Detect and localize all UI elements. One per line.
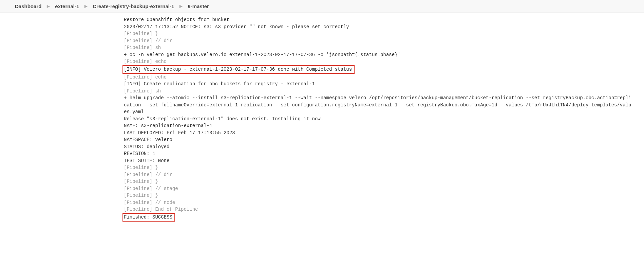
console-line: [Pipeline] }	[124, 164, 644, 171]
console-line: 2023/02/17 17:13:52 NOTICE: s3: s3 provi…	[124, 23, 644, 31]
chevron-right-icon: ▶	[82, 4, 90, 8]
console-line: LAST DEPLOYED: Fri Feb 17 17:13:55 2023	[124, 129, 644, 137]
console-line: NAMESPACE: velero	[124, 136, 644, 143]
chevron-right-icon: ▶	[44, 4, 52, 8]
chevron-right-icon: ▶	[177, 4, 185, 8]
console-line: [Pipeline] }	[124, 178, 644, 185]
console-line: + helm upgrade --atomic --install s3-rep…	[124, 94, 633, 116]
console-line: STATUS: deployed	[124, 143, 644, 151]
console-line: NAME: s3-replication-external-1	[124, 122, 644, 129]
console-line: [Pipeline] }	[124, 192, 644, 199]
breadcrumb-item-build[interactable]: 9-master	[186, 3, 210, 10]
console-line: [Pipeline] sh	[124, 88, 644, 95]
console-line: REVISION: 1	[124, 150, 644, 157]
console-line: [Pipeline] // dir	[124, 171, 644, 178]
console-line: Release "s3-replication-external-1" does…	[124, 116, 644, 123]
console-output: Restore Openshift objects from bucket202…	[0, 13, 644, 235]
console-line-highlight: [INFO] Velero backup - external-1-2023-0…	[122, 65, 355, 74]
console-line: [Pipeline] // dir	[124, 37, 644, 45]
console-line: [Pipeline] echo	[124, 74, 644, 81]
console-line: [Pipeline] // stage	[124, 185, 644, 192]
console-line: [Pipeline] sh	[124, 44, 644, 51]
console-line: [Pipeline] // node	[124, 199, 644, 206]
console-line: [INFO] Create replication for obc bucket…	[124, 81, 644, 88]
breadcrumb-item-job[interactable]: Create-registry-backup-external-1	[91, 3, 175, 10]
console-line-highlight: Finished: SUCCESS	[122, 213, 175, 222]
console-line: + oc -n velero get backups.velero.io ext…	[124, 51, 644, 58]
console-line: [Pipeline] End of Pipeline	[124, 206, 644, 213]
breadcrumb-item-project[interactable]: external-1	[54, 3, 80, 10]
console-line: TEST SUITE: None	[124, 157, 644, 164]
breadcrumb: Dashboard ▶ external-1 ▶ Create-registry…	[0, 0, 644, 13]
console-line: Restore Openshift objects from bucket	[124, 16, 644, 23]
console-line: [Pipeline] echo	[124, 58, 644, 65]
console-line: [Pipeline] }	[124, 30, 644, 37]
breadcrumb-item-dashboard[interactable]: Dashboard	[14, 3, 43, 10]
